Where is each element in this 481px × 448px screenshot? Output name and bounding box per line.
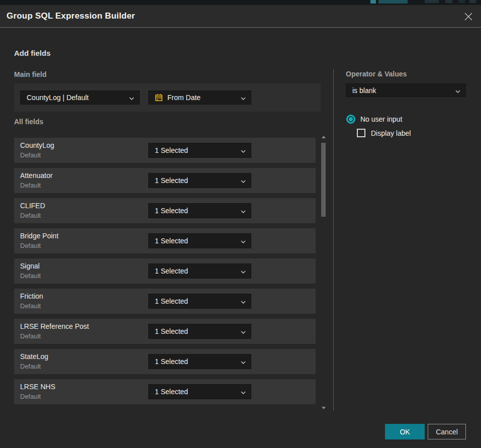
chevron-down-icon — [129, 94, 134, 102]
background-fragment — [469, 0, 476, 3]
chevron-down-icon — [241, 146, 246, 154]
chevron-down-icon — [241, 357, 246, 366]
field-type: Default — [20, 302, 41, 310]
field-type: Default — [20, 212, 41, 219]
field-selection-value: 1 Selected — [155, 327, 241, 335]
field-name: CountyLog — [20, 141, 54, 149]
field-row: Attenuator Default 1 Selected — [14, 168, 316, 193]
field-name: Friction — [20, 292, 43, 300]
field-name: LRSE NHS — [20, 383, 55, 391]
background-fragment — [458, 0, 465, 3]
group-sql-expression-builder-dialog: Group SQL Expression Builder Add fields … — [0, 5, 481, 448]
field-row: CLIFED Default 1 Selected — [14, 198, 316, 223]
checkbox-unchecked-icon — [357, 129, 365, 137]
background-fragment — [370, 0, 376, 4]
display-label-label: Display label — [371, 129, 411, 137]
field-name: Signal — [20, 262, 40, 270]
field-selection-select[interactable]: 1 Selected — [148, 294, 251, 309]
dialog-header: Group SQL Expression Builder — [0, 5, 481, 28]
calendar-icon — [155, 94, 163, 102]
field-selection-select[interactable]: 1 Selected — [148, 263, 251, 279]
field-row: Bridge Point Default 1 Selected — [14, 228, 316, 253]
field-type: Default — [20, 242, 41, 249]
panel-divider — [333, 69, 334, 411]
background-fragment — [425, 0, 439, 3]
field-selection-select[interactable]: 1 Selected — [148, 173, 251, 188]
field-row: Signal Default 1 Selected — [14, 258, 316, 284]
main-source-select[interactable]: CountyLog | Default — [20, 91, 140, 105]
field-selection-value: 1 Selected — [155, 176, 241, 185]
field-selection-select[interactable]: 1 Selected — [148, 203, 251, 218]
field-type: Default — [20, 272, 41, 280]
radio-selected-icon — [346, 115, 355, 124]
field-type: Default — [20, 182, 41, 189]
field-name: StateLog — [20, 352, 48, 361]
field-selection-value: 1 Selected — [155, 207, 241, 215]
scrollbar-thumb[interactable] — [321, 143, 326, 217]
operator-select[interactable]: is blank — [346, 83, 466, 97]
no-user-input-label: No user input — [360, 115, 402, 123]
chevron-down-icon — [241, 207, 246, 215]
field-type: Default — [20, 363, 41, 370]
field-selection-select[interactable]: 1 Selected — [148, 233, 251, 248]
chevron-down-icon — [241, 237, 246, 245]
scroll-down-arrow-icon[interactable] — [322, 407, 326, 409]
operator-select-value: is blank — [352, 86, 455, 95]
chevron-down-icon — [455, 86, 460, 95]
field-selection-value: 1 Selected — [155, 237, 241, 245]
field-selection-select[interactable]: 1 Selected — [148, 354, 251, 369]
main-field-label: Main field — [14, 70, 47, 78]
field-type: Default — [20, 151, 41, 159]
field-row: Friction Default 1 Selected — [14, 289, 316, 314]
operator-values-heading: Operator & Values — [346, 70, 407, 78]
chevron-down-icon — [241, 94, 246, 102]
main-source-select-value: CountyLog | Default — [27, 94, 129, 102]
chevron-down-icon — [241, 176, 246, 185]
field-selection-value: 1 Selected — [155, 357, 241, 366]
field-row: LRSE Reference Post Default 1 Selected — [14, 319, 316, 344]
display-label-checkbox[interactable]: Display label — [357, 129, 411, 137]
chevron-down-icon — [241, 297, 246, 305]
field-selection-value: 1 Selected — [155, 146, 241, 154]
close-icon[interactable] — [463, 11, 474, 22]
list-scrollbar[interactable] — [321, 135, 327, 410]
field-selection-value: 1 Selected — [155, 267, 241, 275]
chevron-down-icon — [241, 388, 246, 396]
field-selection-value: 1 Selected — [155, 297, 241, 305]
main-field-select-value: From Date — [167, 94, 241, 102]
no-user-input-radio[interactable]: No user input — [346, 115, 402, 124]
screen: Group SQL Expression Builder Add fields … — [0, 0, 481, 448]
all-fields-label: All fields — [14, 118, 43, 126]
field-name: CLIFED — [20, 202, 45, 210]
all-fields-list: CountyLog Default 1 Selected Attenuator … — [14, 138, 316, 410]
background-fragment — [378, 0, 408, 4]
field-type: Default — [20, 393, 41, 400]
cancel-button[interactable]: Cancel — [428, 424, 466, 439]
field-type: Default — [20, 332, 41, 340]
background-app-strip — [0, 0, 481, 5]
field-selection-select[interactable]: 1 Selected — [148, 384, 251, 399]
main-field-panel: CountyLog | Default — [14, 83, 321, 112]
main-field-select[interactable]: From Date — [148, 91, 251, 105]
ok-button[interactable]: OK — [385, 424, 425, 439]
dialog-title: Group SQL Expression Builder — [7, 5, 135, 27]
field-row: LRSE NHS Default 1 Selected — [14, 379, 316, 404]
background-fragment — [445, 0, 452, 3]
field-row: CountyLog Default 1 Selected — [14, 138, 316, 163]
chevron-down-icon — [241, 267, 246, 275]
field-selection-select[interactable]: 1 Selected — [148, 143, 251, 158]
field-name: Attenuator — [20, 171, 53, 180]
scroll-up-arrow-icon[interactable] — [322, 136, 326, 138]
field-selection-value: 1 Selected — [155, 388, 241, 396]
add-fields-heading: Add fields — [14, 49, 51, 57]
field-selection-select[interactable]: 1 Selected — [148, 324, 251, 339]
field-row: StateLog Default 1 Selected — [14, 349, 316, 374]
chevron-down-icon — [241, 327, 246, 335]
field-name: Bridge Point — [20, 232, 58, 240]
field-name: LRSE Reference Post — [20, 322, 89, 330]
